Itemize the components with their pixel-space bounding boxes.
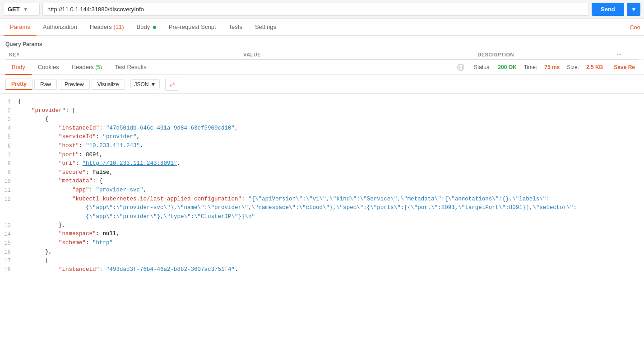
line-content: "instanceId": "493dad3f-76b4-46a2-b882-3…	[18, 265, 644, 274]
col-value: VALUE	[240, 50, 474, 60]
line-number: 4	[0, 124, 18, 133]
method-chevron-icon: ▼	[23, 7, 28, 12]
line-number: 10	[0, 177, 18, 186]
code-line: 7 "port": 8091,	[0, 151, 644, 160]
line-content: "kubectl.kubernetes.io/last-applied-conf…	[18, 195, 644, 204]
resp-tab-body[interactable]: Body	[5, 60, 32, 75]
query-params-label: Query Params	[5, 38, 639, 50]
line-number: 6	[0, 142, 18, 151]
line-number: 7	[0, 151, 18, 160]
line-content: "uri": "http://10.233.111.243:8091",	[18, 159, 644, 168]
line-number: 11	[0, 186, 18, 195]
cookies-link[interactable]: Coo	[630, 19, 640, 35]
line-content: "namespace": null,	[18, 230, 644, 238]
language-select[interactable]: JSON ▼	[130, 79, 160, 89]
language-chevron-icon: ▼	[151, 81, 156, 88]
code-line: 8 "uri": "http://10.233.111.243:8091",	[0, 159, 644, 168]
send-dropdown-button[interactable]: ▼	[627, 3, 640, 16]
line-content: "app": "provider-svc",	[18, 186, 644, 195]
code-line: 18 "instanceId": "493dad3f-76b4-46a2-b88…	[0, 265, 644, 274]
code-line: 6 "host": "10.233.111.243",	[0, 142, 644, 151]
time-value: 75 ms	[544, 64, 560, 70]
line-content: "scheme": "http"	[18, 239, 644, 247]
line-number: 14	[0, 230, 18, 239]
format-preview-button[interactable]: Preview	[59, 79, 90, 90]
format-pretty-button[interactable]: Pretty	[5, 79, 32, 90]
status-value: 200 OK	[498, 64, 516, 70]
query-params-section: Query Params KEY VALUE DESCRIPTION ···	[0, 36, 644, 60]
code-line: {\"app\":\"provider\"},\"type\":\"Cluste…	[0, 213, 644, 221]
line-content: "metadata": {	[18, 177, 644, 186]
col-description: DESCRIPTION	[474, 50, 613, 60]
line-number	[0, 204, 18, 204]
method-label: GET	[8, 6, 20, 13]
code-line: 17 {	[0, 256, 644, 265]
globe-icon	[457, 63, 465, 71]
col-key: KEY	[5, 50, 240, 60]
code-line: 3 {	[0, 115, 644, 124]
response-meta: Status: 200 OK Time: 75 ms Size: 2.5 KB …	[457, 63, 639, 71]
tab-authorization[interactable]: Authorization	[37, 19, 83, 36]
line-content: {	[18, 115, 644, 124]
code-line: 13 },	[0, 221, 644, 230]
code-line: 16 },	[0, 248, 644, 257]
line-content: },	[18, 221, 644, 230]
body-dot-icon	[153, 26, 156, 29]
line-content: "port": 8091,	[18, 151, 644, 159]
line-content: "secure": false,	[18, 168, 644, 177]
resp-tab-cookies[interactable]: Cookies	[32, 60, 65, 75]
format-raw-button[interactable]: Raw	[34, 79, 57, 90]
code-line: 10 "metadata": {	[0, 177, 644, 186]
line-number: 12	[0, 195, 18, 204]
line-number: 18	[0, 265, 18, 274]
save-response-button[interactable]: Save Re	[610, 64, 639, 70]
method-select[interactable]: GET ▼	[4, 3, 40, 16]
line-content: "instanceId": "47d501db-646c-401a-9d84-6…	[18, 124, 644, 133]
wrap-button[interactable]: ⇌	[165, 78, 179, 91]
response-header: Body Cookies Headers (5) Test Results St…	[0, 60, 644, 75]
code-line: 11 "app": "provider-svc",	[0, 186, 644, 195]
tab-tests[interactable]: Tests	[222, 19, 249, 36]
line-number: 2	[0, 107, 18, 116]
line-number: 5	[0, 133, 18, 142]
send-button[interactable]: Send	[592, 3, 624, 16]
format-visualize-button[interactable]: Visualize	[92, 79, 125, 90]
headers-badge: (11)	[113, 23, 124, 30]
line-content: {\"app\":\"provider\"},\"type\":\"Cluste…	[18, 213, 644, 221]
tab-headers[interactable]: Headers (11)	[83, 19, 130, 36]
code-line: 9 "secure": false,	[0, 168, 644, 177]
line-content: "provider": [	[18, 107, 644, 115]
code-line: 14 "namespace": null,	[0, 230, 644, 239]
line-number: 15	[0, 239, 18, 248]
request-tabs: Params Authorization Headers (11) Body P…	[0, 19, 644, 36]
code-line: 1{	[0, 98, 644, 107]
line-content: },	[18, 248, 644, 256]
format-bar: Pretty Raw Preview Visualize JSON ▼ ⇌	[0, 75, 644, 94]
code-line: {\"app\":\"provider-svc\"},\"name\":\"pr…	[0, 204, 644, 212]
line-number: 17	[0, 256, 18, 265]
line-content: {	[18, 256, 644, 265]
code-line: 2 "provider": [	[0, 107, 644, 116]
time-label: Time:	[524, 64, 537, 70]
code-line: 15 "scheme": "http"	[0, 239, 644, 248]
line-number: 16	[0, 248, 18, 257]
tab-pre-request[interactable]: Pre-request Script	[162, 19, 222, 36]
line-number	[0, 213, 18, 213]
line-content: "serviceId": "provider",	[18, 133, 644, 141]
size-label: Size:	[567, 64, 579, 70]
code-line: 4 "instanceId": "47d501db-646c-401a-9d84…	[0, 124, 644, 133]
tab-settings[interactable]: Settings	[249, 19, 283, 36]
code-line: 5 "serviceId": "provider",	[0, 133, 644, 142]
tab-body[interactable]: Body	[130, 19, 162, 36]
url-input[interactable]	[42, 3, 589, 16]
line-number: 1	[0, 98, 18, 107]
col-actions: ···	[613, 50, 639, 60]
status-label: Status:	[474, 64, 491, 70]
resp-headers-badge: (5)	[95, 64, 102, 70]
resp-tab-test-results[interactable]: Test Results	[108, 60, 153, 75]
tab-params[interactable]: Params	[4, 19, 37, 36]
resp-tab-headers[interactable]: Headers (5)	[65, 60, 108, 75]
line-number: 3	[0, 115, 18, 124]
line-number: 8	[0, 159, 18, 168]
line-number: 13	[0, 221, 18, 230]
